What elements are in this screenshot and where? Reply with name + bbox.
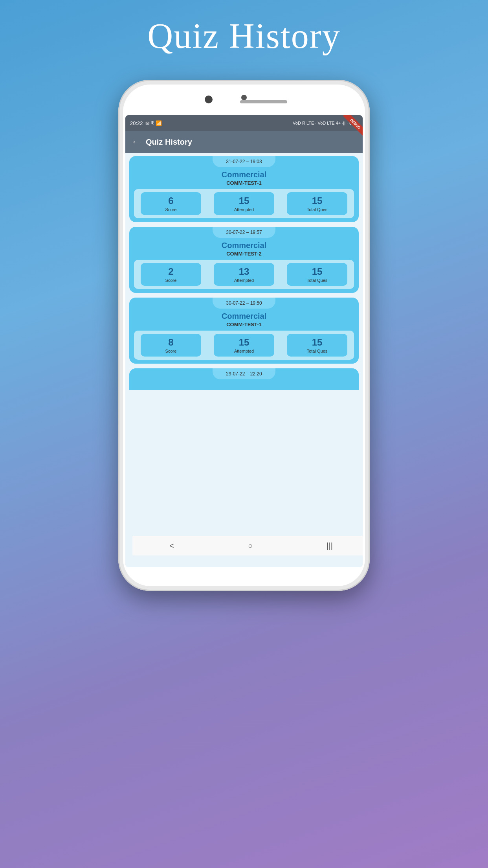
stat-total-label-3: Total Ques bbox=[307, 349, 328, 353]
card-date-1: 31-07-22 – 19:03 bbox=[226, 159, 262, 164]
stat-score-label-1: Score bbox=[165, 207, 177, 212]
quiz-card-3[interactable]: 30-07-22 – 19:50 Commercial COMM-TEST-1 … bbox=[129, 298, 359, 364]
card-stats-2: 2 Score 13 Attempted 15 Total Ques bbox=[134, 260, 354, 289]
stat-total-2: 15 Total Ques bbox=[287, 263, 348, 286]
card-date-4: 29-07-22 – 22:20 bbox=[226, 371, 262, 377]
stat-attempted-1: 15 Attempted bbox=[214, 192, 275, 215]
stat-attempted-value-3: 15 bbox=[239, 337, 250, 348]
phone-screen: 20:22 ✉ ₹ 📶 VoD R LTE · VoD LTE 4+ ·|||·… bbox=[125, 115, 363, 567]
stat-total-label-1: Total Ques bbox=[307, 207, 328, 212]
stat-attempted-value-2: 13 bbox=[239, 266, 250, 277]
card-date-3: 30-07-22 – 19:50 bbox=[226, 300, 262, 306]
content-area: 31-07-22 – 19:03 Commercial COMM-TEST-1 … bbox=[125, 153, 363, 567]
stat-attempted-3: 15 Attempted bbox=[214, 334, 275, 357]
quiz-card-2[interactable]: 30-07-22 – 19:57 Commercial COMM-TEST-2 … bbox=[129, 227, 359, 293]
phone-mockup: 20:22 ✉ ₹ 📶 VoD R LTE · VoD LTE 4+ ·|||·… bbox=[118, 80, 370, 599]
toolbar: ← Quiz History bbox=[125, 131, 363, 153]
speaker bbox=[240, 100, 287, 103]
card-subject-3: Commercial bbox=[134, 312, 354, 321]
debug-badge bbox=[339, 115, 363, 139]
nav-home-button[interactable]: ○ bbox=[248, 541, 253, 550]
stat-total-value-1: 15 bbox=[312, 195, 323, 206]
stat-score-value-3: 8 bbox=[168, 337, 173, 348]
status-left: 20:22 ✉ ₹ 📶 bbox=[130, 120, 162, 126]
toolbar-title: Quiz History bbox=[146, 138, 192, 147]
stat-score-label-3: Score bbox=[165, 349, 177, 353]
card-notch-2: 30-07-22 – 19:57 bbox=[213, 227, 275, 238]
card-test-name-2: COMM-TEST-2 bbox=[134, 251, 354, 257]
stat-score-1: 6 Score bbox=[141, 192, 202, 215]
status-time: 20:22 bbox=[130, 120, 143, 126]
nav-back-button[interactable]: < bbox=[169, 541, 174, 550]
status-bar: 20:22 ✉ ₹ 📶 VoD R LTE · VoD LTE 4+ ·|||·… bbox=[125, 115, 363, 131]
stat-score-value-2: 2 bbox=[168, 266, 173, 277]
camera-dot bbox=[241, 95, 247, 100]
card-test-name-1: COMM-TEST-1 bbox=[134, 180, 354, 186]
stat-attempted-2: 13 Attempted bbox=[214, 263, 275, 286]
back-button[interactable]: ← bbox=[132, 137, 140, 147]
stat-attempted-label-3: Attempted bbox=[234, 349, 254, 353]
stat-attempted-label-2: Attempted bbox=[234, 278, 254, 283]
front-camera bbox=[205, 96, 213, 103]
stat-total-1: 15 Total Ques bbox=[287, 192, 348, 215]
card-test-name-3: COMM-TEST-1 bbox=[134, 322, 354, 327]
card-notch-4: 29-07-22 – 22:20 bbox=[213, 368, 275, 379]
card-stats-3: 8 Score 15 Attempted 15 Total Ques bbox=[134, 331, 354, 360]
card-body-2: Commercial COMM-TEST-2 2 Score 13 Attemp… bbox=[129, 238, 359, 293]
stat-score-value-1: 6 bbox=[168, 195, 173, 206]
card-subject-1: Commercial bbox=[134, 170, 354, 179]
card-body-3: Commercial COMM-TEST-1 8 Score 15 Attemp… bbox=[129, 309, 359, 364]
stat-score-3: 8 Score bbox=[141, 334, 202, 357]
stat-score-label-2: Score bbox=[165, 278, 177, 283]
stat-attempted-value-1: 15 bbox=[239, 195, 250, 206]
card-date-2: 30-07-22 – 19:57 bbox=[226, 230, 262, 235]
bottom-nav: < ○ ||| bbox=[132, 536, 363, 555]
stat-attempted-label-1: Attempted bbox=[234, 207, 254, 212]
card-subject-2: Commercial bbox=[134, 241, 354, 250]
stat-score-2: 2 Score bbox=[141, 263, 202, 286]
card-notch-1: 31-07-22 – 19:03 bbox=[213, 156, 275, 167]
quiz-card-1[interactable]: 31-07-22 – 19:03 Commercial COMM-TEST-1 … bbox=[129, 156, 359, 222]
stat-total-3: 15 Total Ques bbox=[287, 334, 348, 357]
nav-recent-button[interactable]: ||| bbox=[327, 541, 333, 550]
stat-total-value-3: 15 bbox=[312, 337, 323, 348]
status-icons: ✉ ₹ 📶 bbox=[145, 120, 162, 126]
stat-total-label-2: Total Ques bbox=[307, 278, 328, 283]
page-title: Quiz History bbox=[147, 16, 340, 56]
card-body-1: Commercial COMM-TEST-1 6 Score 15 Attemp… bbox=[129, 167, 359, 222]
card-stats-1: 6 Score 15 Attempted 15 Total Ques bbox=[134, 189, 354, 218]
stat-total-value-2: 15 bbox=[312, 266, 323, 277]
card-notch-3: 30-07-22 – 19:50 bbox=[213, 298, 275, 309]
quiz-card-4-partial[interactable]: 29-07-22 – 22:20 bbox=[129, 368, 359, 390]
